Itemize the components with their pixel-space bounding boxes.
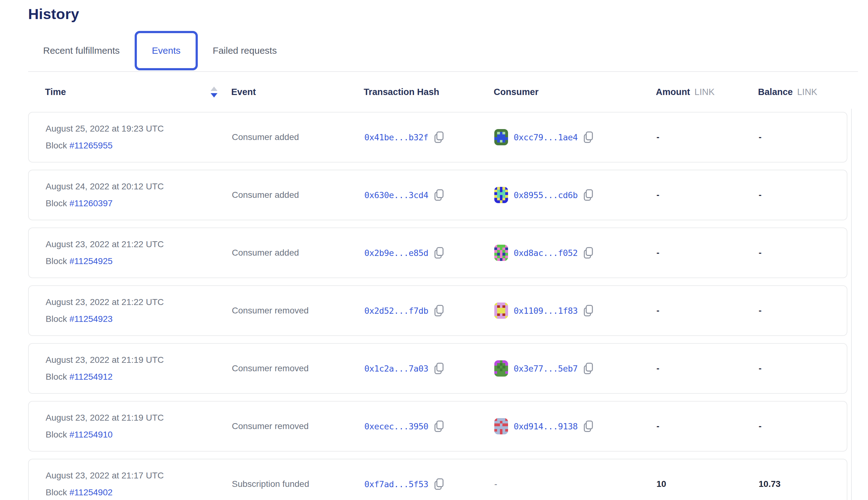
- event-cell: Subscription funded: [232, 479, 364, 489]
- amount-value: -: [656, 306, 659, 316]
- page-title: History: [28, 5, 868, 23]
- transaction-hash-link[interactable]: 0xecec...3950: [364, 422, 429, 431]
- block-label: Block: [46, 314, 67, 324]
- column-header-amount: Amount LINK: [656, 87, 758, 97]
- balance-cell: -: [758, 190, 834, 200]
- consumer-cell: 0x3e77...5eb7 -: [494, 360, 656, 377]
- amount-value: -: [656, 248, 659, 258]
- copy-icon[interactable]: [434, 305, 444, 317]
- event-type: Consumer removed: [232, 363, 309, 373]
- copy-icon[interactable]: [434, 363, 444, 374]
- copy-icon[interactable]: [583, 189, 593, 201]
- consumer-address-link[interactable]: 0x8955...cd6b: [514, 190, 578, 200]
- transaction-hash-link[interactable]: 0x41be...b32f: [364, 133, 429, 142]
- copy-icon[interactable]: [434, 131, 444, 143]
- copy-icon[interactable]: [434, 420, 444, 432]
- event-cell: Consumer removed: [232, 306, 364, 316]
- transaction-hash-header-label: Transaction Hash: [364, 87, 439, 97]
- amount-value: -: [656, 421, 659, 431]
- row-timestamp: August 23, 2022 at 21:22 UTC: [46, 294, 232, 311]
- amount-cell: -: [656, 248, 758, 258]
- consumer-cell: 0xcc79...1ae4 -: [494, 129, 656, 145]
- table-row: August 23, 2022 at 21:19 UTC Block #1125…: [28, 401, 847, 452]
- consumer-address-link[interactable]: 0x1109...1f83: [514, 306, 578, 316]
- consumer-avatar: [494, 418, 508, 434]
- event-cell: Consumer added: [232, 132, 364, 142]
- consumer-avatar: [494, 245, 508, 261]
- table-row: August 23, 2022 at 21:22 UTC Block #1125…: [28, 227, 847, 278]
- copy-icon[interactable]: [583, 420, 593, 432]
- copy-icon[interactable]: [434, 189, 444, 201]
- transaction-hash-link[interactable]: 0x2b9e...e85d: [364, 248, 429, 258]
- block-number-link[interactable]: #11254925: [69, 256, 113, 266]
- amount-value: -: [656, 132, 659, 142]
- amount-cell: -: [656, 132, 758, 142]
- event-type: Consumer removed: [232, 421, 309, 431]
- block-number-link[interactable]: #11254912: [69, 372, 113, 382]
- event-cell: Consumer removed: [232, 421, 364, 431]
- amount-value: -: [656, 190, 659, 200]
- event-type: Consumer removed: [232, 306, 309, 316]
- balance-cell: -: [758, 248, 834, 258]
- consumer-avatar: [494, 360, 508, 377]
- copy-icon[interactable]: [583, 363, 593, 374]
- time-cell: August 23, 2022 at 21:22 UTC Block #1125…: [46, 294, 232, 328]
- consumer-address-link[interactable]: 0xd8ac...f052: [514, 248, 578, 258]
- transaction-hash-link[interactable]: 0xf7ad...5f53: [364, 479, 429, 489]
- block-label: Block: [46, 488, 67, 497]
- block-number-link[interactable]: #11254902: [69, 488, 113, 497]
- block-label: Block: [46, 430, 67, 439]
- tab-events[interactable]: Events: [135, 31, 198, 70]
- history-page: History Recent fulfillments Events Faile…: [0, 5, 868, 500]
- sort-descending-icon[interactable]: [210, 87, 217, 98]
- table-row: August 23, 2022 at 21:19 UTC Block #1125…: [28, 343, 847, 394]
- time-cell: August 25, 2022 at 19:23 UTC Block #1126…: [46, 120, 232, 154]
- copy-icon[interactable]: [434, 478, 444, 490]
- tab-recent-fulfillments[interactable]: Recent fulfillments: [28, 31, 135, 70]
- balance-value: -: [758, 363, 762, 373]
- copy-icon[interactable]: [583, 247, 593, 259]
- block-number-link[interactable]: #11254910: [69, 430, 113, 439]
- balance-cell: 10.73: [758, 479, 834, 489]
- balance-value: -: [758, 132, 762, 142]
- time-cell: August 23, 2022 at 21:22 UTC Block #1125…: [46, 236, 232, 270]
- consumer-address-link[interactable]: 0x3e77...5eb7: [514, 364, 578, 373]
- copy-icon[interactable]: [583, 305, 593, 317]
- event-type: Consumer added: [232, 132, 299, 142]
- consumer-address-link[interactable]: 0xcc79...1ae4: [514, 133, 578, 142]
- transaction-hash-link[interactable]: 0x2d52...f7db: [364, 306, 429, 316]
- event-type: Subscription funded: [232, 479, 309, 489]
- balance-unit-label: LINK: [797, 87, 817, 97]
- column-header-transaction-hash: Transaction Hash: [364, 87, 494, 97]
- balance-value: -: [758, 248, 762, 258]
- transaction-hash-cell: 0x2b9e...e85d: [364, 247, 494, 259]
- amount-unit-label: LINK: [695, 87, 715, 97]
- transaction-hash-link[interactable]: 0x630e...3cd4: [364, 190, 429, 200]
- table-row: August 23, 2022 at 21:22 UTC Block #1125…: [28, 285, 847, 336]
- time-cell: August 23, 2022 at 21:17 UTC Block #1125…: [46, 467, 232, 500]
- block-number-link[interactable]: #11265955: [69, 141, 113, 150]
- copy-icon[interactable]: [583, 131, 593, 143]
- block-number-link[interactable]: #11254923: [69, 314, 113, 324]
- column-header-time: Time: [45, 87, 231, 98]
- table-header-row: Time Event Transaction Hash Consumer Amo…: [28, 72, 858, 112]
- consumer-cell: 0x1109...1f83 -: [494, 303, 656, 319]
- transaction-hash-link[interactable]: 0x1c2a...7a03: [364, 364, 429, 373]
- consumer-header-label: Consumer: [494, 87, 538, 97]
- consumer-address-link[interactable]: 0xd914...9138: [514, 422, 578, 431]
- block-number-link[interactable]: #11260397: [69, 198, 113, 208]
- consumer-cell: 0xd914...9138 -: [494, 418, 656, 434]
- transaction-hash-cell: 0x1c2a...7a03: [364, 363, 494, 374]
- event-cell: Consumer removed: [232, 363, 364, 373]
- amount-cell: -: [656, 421, 758, 431]
- block-label: Block: [46, 256, 67, 266]
- tab-failed-requests[interactable]: Failed requests: [198, 31, 292, 70]
- amount-cell: -: [656, 190, 758, 200]
- time-cell: August 23, 2022 at 21:19 UTC Block #1125…: [46, 409, 232, 443]
- balance-header-label: Balance: [758, 87, 793, 97]
- copy-icon[interactable]: [434, 247, 444, 259]
- amount-cell: 10: [656, 479, 758, 489]
- balance-cell: -: [758, 363, 834, 373]
- transaction-hash-cell: 0x630e...3cd4: [364, 189, 494, 201]
- balance-value: 10.73: [758, 479, 780, 489]
